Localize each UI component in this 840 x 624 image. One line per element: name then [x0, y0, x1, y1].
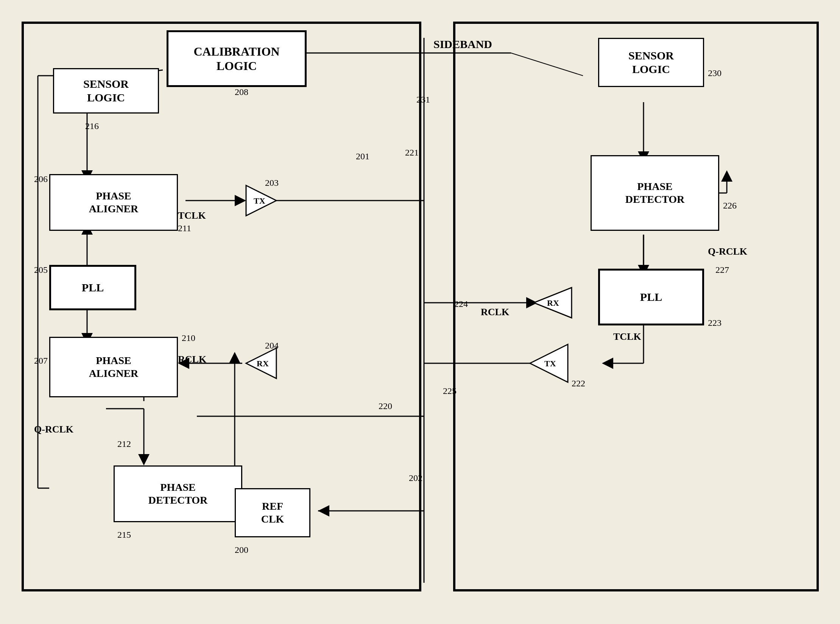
label-202: 202	[409, 473, 422, 483]
rx-right-triangle: RX	[530, 284, 575, 322]
tx-right-block: TX	[526, 341, 572, 386]
label-rclk-right: RCLK	[481, 307, 509, 318]
label-tclk-right: TCLK	[613, 331, 641, 342]
label-204: 204	[265, 341, 279, 351]
label-221: 221	[405, 148, 419, 158]
svg-marker-45	[318, 505, 329, 517]
label-227: 227	[715, 265, 729, 275]
rx-right-block: RX	[530, 284, 575, 322]
svg-marker-48	[229, 352, 240, 363]
sensor-logic-right-block: SENSORLOGIC	[598, 38, 704, 87]
label-230: 230	[708, 68, 722, 78]
svg-line-28	[511, 53, 583, 76]
label-222: 222	[572, 378, 585, 389]
svg-marker-17	[138, 454, 150, 465]
label-225: 225	[443, 386, 457, 396]
svg-text:RX: RX	[547, 298, 559, 308]
svg-marker-37	[721, 170, 732, 182]
diagram: CALIBRATIONLOGIC SENSORLOGIC PHASEALIGNE…	[0, 0, 840, 624]
label-220: 220	[379, 401, 392, 411]
label-223: 223	[708, 318, 722, 328]
svg-marker-40	[602, 358, 613, 369]
label-231: 231	[416, 95, 430, 105]
pll-left-block: PLL	[49, 265, 136, 310]
sensor-logic-left-block: SENSORLOGIC	[53, 68, 159, 114]
label-215: 215	[117, 530, 131, 540]
label-226: 226	[723, 201, 737, 211]
label-216: 216	[85, 121, 99, 131]
label-rclk-left: RCLK	[178, 354, 206, 365]
label-q-rclk-right: Q-RCLK	[708, 246, 747, 257]
label-q-rclk-left: Q-RCLK	[34, 424, 73, 435]
sideband-label: SIDEBAND	[433, 38, 492, 51]
phase-detector-left-block: PHASEDETECTOR	[114, 465, 242, 522]
phase-aligner-bottom-block: PHASEALIGNER	[49, 337, 178, 397]
label-201: 201	[356, 151, 369, 162]
label-212: 212	[117, 439, 131, 449]
label-203: 203	[265, 178, 279, 188]
calibration-logic-block: CALIBRATIONLOGIC	[167, 30, 307, 87]
label-210: 210	[182, 333, 195, 343]
label-208: 208	[235, 87, 248, 97]
pll-right-block: PLL	[598, 269, 704, 325]
svg-text:TX: TX	[254, 196, 265, 205]
label-200: 200	[235, 545, 248, 555]
ref-clk-block: REFCLK	[235, 488, 310, 537]
svg-text:TX: TX	[544, 359, 556, 368]
label-207: 207	[34, 356, 48, 366]
svg-text:RX: RX	[257, 359, 269, 368]
label-tclk-left: TCLK	[178, 210, 206, 221]
phase-aligner-top-block: PHASEALIGNER	[49, 174, 178, 231]
label-211: 211	[178, 223, 191, 233]
tx-right-triangle: TX	[526, 341, 572, 386]
label-224: 224	[454, 299, 468, 309]
label-206: 206	[34, 174, 48, 184]
label-205: 205	[34, 265, 48, 275]
phase-detector-right-block: PHASEDETECTOR	[591, 155, 719, 231]
